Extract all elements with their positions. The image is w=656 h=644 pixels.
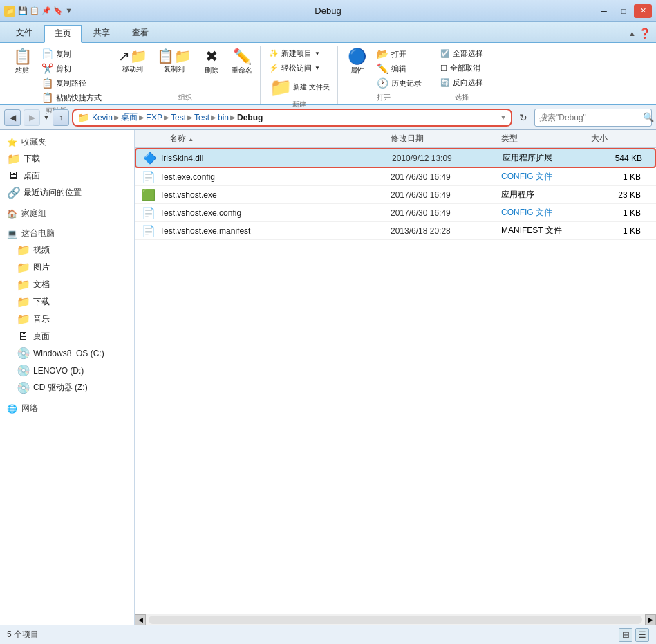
file-row-irisskin[interactable]: 🔷 IrisSkin4.dll 2010/9/12 13:09 应用程序扩展 5… (135, 148, 656, 168)
window-title: Debug (315, 6, 341, 16)
path-desktop[interactable]: 桌面 (121, 111, 138, 123)
sidebar-item-documents[interactable]: 📁 文档 (0, 276, 134, 293)
paste-shortcut-icon: 📋 (41, 92, 53, 103)
filelist-body: 🔷 IrisSkin4.dll 2010/9/12 13:09 应用程序扩展 5… (135, 148, 656, 614)
new-item-dropdown: ▼ (315, 50, 320, 57)
sidebar-item-desktop2[interactable]: 🖥 桌面 (0, 328, 134, 344)
edit-button[interactable]: ✏️ 编辑 (374, 62, 424, 75)
sidebar-network-header[interactable]: 🌐 网络 (0, 401, 134, 416)
cut-button[interactable]: ✂️ 剪切 (39, 62, 104, 75)
easy-access-dropdown: ▼ (315, 65, 320, 71)
search-input[interactable] (539, 113, 643, 122)
help-icon[interactable]: ❓ (639, 28, 650, 39)
refresh-button[interactable]: ↻ (515, 109, 532, 126)
tab-share[interactable]: 共享 (83, 24, 120, 42)
recent-icon: 🔗 (7, 186, 19, 199)
col-header-size[interactable]: 大小 (591, 133, 646, 145)
path-test1[interactable]: Test (171, 113, 186, 122)
addressbar[interactable]: 📁 Kevin ▶ 桌面 ▶ EXP ▶ Test ▶ Test ▶ bin ▶… (72, 109, 512, 127)
hscroll-left[interactable]: ◀ (135, 614, 146, 625)
titlebar-left: 📁 💾 📋 📌 🔖 ▼ (4, 6, 73, 17)
delete-button[interactable]: ✖ 删除 (198, 47, 225, 77)
file-type-irisskin: 应用程序扩展 (503, 152, 592, 164)
path-test2[interactable]: Test (194, 113, 209, 122)
sidebar-favorites-header[interactable]: ⭐ 收藏夹 (0, 134, 134, 150)
ribbon: 📋 粘贴 📄 复制 ✂️ 剪切 📋 复制路径 📋 粘贴快捷方式 (0, 43, 656, 105)
properties-button[interactable]: 🔵 属性 (344, 47, 371, 77)
tab-home[interactable]: 主页 (44, 25, 82, 43)
paste-shortcut-button[interactable]: 📋 粘贴快捷方式 (39, 91, 104, 104)
hscroll-area: ◀ ▶ (135, 614, 656, 625)
sidebar-item-downloads[interactable]: 📁 下载 (0, 150, 134, 167)
select-none-button[interactable]: ☐ 全部取消 (438, 62, 483, 75)
file-name-testhostconfig: 📄 Test.vshost.exe.config (135, 206, 391, 219)
sidebar-item-pictures[interactable]: 📁 图片 (0, 259, 134, 276)
sidebar-item-videos[interactable]: 📁 视频 (0, 241, 134, 259)
sidebar-item-windows[interactable]: 💿 Windows8_OS (C:) (0, 344, 134, 362)
sidebar-item-downloads2[interactable]: 📁 下载 (0, 293, 134, 311)
lenovo-icon: 💿 (17, 364, 29, 377)
rename-button[interactable]: ✏️ 重命名 (228, 47, 256, 77)
col-header-date[interactable]: 修改日期 (391, 133, 501, 145)
path-exp[interactable]: EXP (146, 113, 162, 122)
path-debug[interactable]: Debug (237, 113, 263, 122)
sidebar-favorites: ⭐ 收藏夹 📁 下载 🖥 桌面 🔗 最近访问的位置 (0, 134, 134, 201)
file-name-testconfig: 📄 Test.exe.config (135, 170, 391, 183)
sort-arrow: ▲ (188, 136, 194, 142)
hscroll-right[interactable]: ▶ (645, 614, 656, 625)
sidebar-thispc-header[interactable]: 💻 这台电脑 (0, 226, 134, 241)
videos-icon: 📁 (17, 243, 29, 257)
hscroll-track[interactable] (149, 616, 642, 624)
file-row-testhostconfig[interactable]: 📄 Test.vshost.exe.config 2017/6/30 16:49… (135, 204, 656, 222)
path-dropdown-arrow[interactable]: ▼ (500, 113, 507, 121)
tab-file[interactable]: 文件 (6, 24, 43, 42)
move-button[interactable]: ↗📁 移动到 (115, 47, 151, 76)
copy-button[interactable]: 📄 复制 (39, 47, 104, 61)
forward-button[interactable]: ▶ (24, 109, 40, 126)
tab-view[interactable]: 查看 (122, 24, 159, 42)
col-header-type[interactable]: 类型 (501, 133, 591, 145)
file-row-testvshost[interactable]: 🟩 Test.vshost.exe 2017/6/30 16:49 应用程序 2… (135, 186, 656, 204)
sidebar-item-cd[interactable]: 💿 CD 驱动器 (Z:) (0, 379, 134, 396)
sidebar-item-music[interactable]: 📁 音乐 (0, 311, 134, 328)
path-kevin[interactable]: Kevin (92, 113, 113, 122)
back-button[interactable]: ◀ (4, 109, 21, 126)
copy-path-button[interactable]: 📋 复制路径 (39, 76, 104, 90)
searchbar[interactable]: 🔍 (534, 109, 652, 127)
easy-access-button[interactable]: ⚡ 轻松访问 ▼ (266, 62, 323, 75)
path-bin[interactable]: bin (218, 113, 229, 122)
maximize-button[interactable]: □ (615, 4, 632, 18)
cut-icon: ✂️ (41, 63, 53, 74)
ribbon-group-clipboard: 📋 粘贴 📄 复制 ✂️ 剪切 📋 复制路径 📋 粘贴快捷方式 (3, 46, 109, 104)
paste-button[interactable]: 📋 粘贴 (7, 47, 37, 77)
list-view-button[interactable]: ☰ (635, 628, 649, 642)
downloads2-icon: 📁 (17, 295, 29, 309)
grid-view-button[interactable]: ⊞ (619, 628, 632, 642)
sidebar-item-lenovo[interactable]: 💿 LENOVO (D:) (0, 362, 134, 379)
col-header-name[interactable]: 名称 ▲ (135, 133, 391, 145)
history-button[interactable]: 🕐 历史记录 (374, 76, 424, 90)
sidebar-homegroup-header[interactable]: 🏠 家庭组 (0, 205, 134, 221)
close-button[interactable]: ✕ (634, 4, 652, 18)
sidebar-item-desktop[interactable]: 🖥 桌面 (0, 167, 134, 184)
documents-icon: 📁 (17, 278, 29, 291)
collapse-ribbon-icon[interactable]: ▲ (628, 29, 636, 37)
new-folder-button[interactable]: 📁 新建 文件夹 (266, 76, 333, 98)
music-icon: 📁 (17, 313, 29, 326)
file-row-testconfig[interactable]: 📄 Test.exe.config 2017/6/30 16:49 CONFIG… (135, 168, 656, 186)
cd-icon: 💿 (17, 381, 29, 394)
file-date-testconfig: 2017/6/30 16:49 (391, 172, 501, 182)
invert-select-button[interactable]: 🔄 反向选择 (438, 76, 486, 89)
open-button[interactable]: 📂 打开 (374, 47, 424, 61)
select-all-button[interactable]: ☑️ 全部选择 (438, 47, 486, 60)
open-label: 打开 (344, 91, 424, 104)
clipboard-small-buttons: 📄 复制 ✂️ 剪切 📋 复制路径 📋 粘贴快捷方式 (39, 47, 104, 104)
sidebar-item-recent[interactable]: 🔗 最近访问的位置 (0, 184, 134, 201)
file-size-testconfig: 1 KB (591, 172, 646, 182)
copy-to-button[interactable]: 📋📁 复制到 (153, 47, 195, 76)
new-item-button[interactable]: ✨ 新建项目 ▼ (266, 47, 323, 60)
ribbon-group-organize: ↗📁 移动到 📋📁 复制到 ✖ 删除 ✏️ 重命名 组织 (111, 46, 261, 104)
up-button[interactable]: ↑ (53, 109, 69, 126)
file-row-testhostmanifest[interactable]: 📄 Test.vshost.exe.manifest 2013/6/18 20:… (135, 222, 656, 240)
minimize-button[interactable]: ─ (595, 4, 613, 18)
